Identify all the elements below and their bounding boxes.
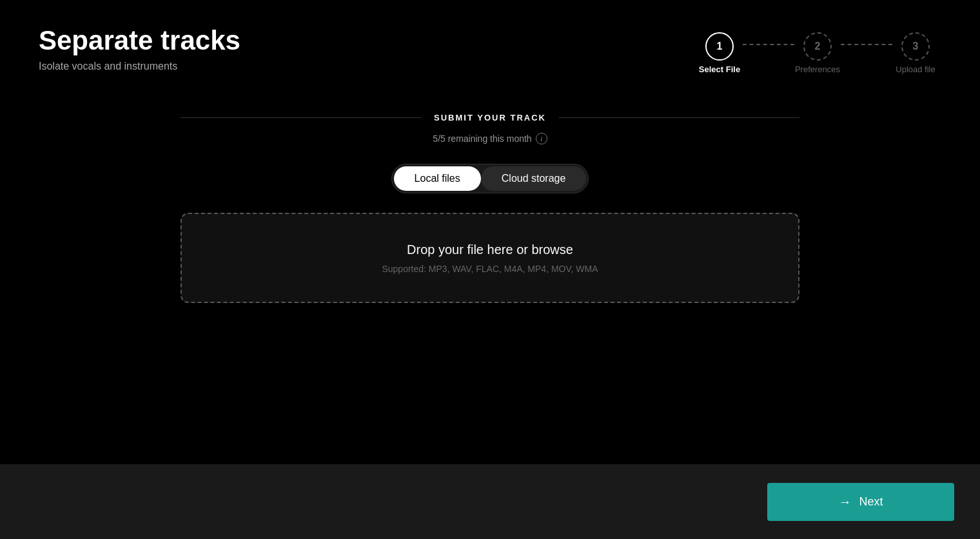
next-button[interactable]: → Next	[767, 483, 954, 521]
drop-zone-title: Drop your file here or browse	[407, 242, 573, 257]
header-section: Separate tracks Isolate vocals and instr…	[39, 26, 941, 74]
drop-zone[interactable]: Drop your file here or browse Supported:…	[181, 213, 799, 303]
submit-line-left	[181, 117, 421, 118]
footer-bar: → Next	[0, 464, 980, 539]
stepper: 1 Select File 2 Preferences 3 Upload fil…	[694, 32, 941, 74]
page-subtitle: Isolate vocals and instruments	[39, 61, 240, 72]
step-circle-3: 3	[901, 32, 930, 61]
toggle-group: Local files Cloud storage	[391, 164, 589, 193]
next-label: Next	[859, 495, 883, 509]
step-number-2: 2	[815, 41, 821, 52]
remaining-text-container: 5/5 remaining this month i	[433, 133, 547, 144]
submit-header: SUBMIT YOUR TRACK	[181, 113, 799, 122]
title-block: Separate tracks Isolate vocals and instr…	[39, 26, 240, 72]
step-label-1: Select File	[694, 64, 745, 74]
next-arrow-icon: →	[838, 495, 851, 509]
step-connector-2-3	[841, 44, 892, 45]
step-circle-2: 2	[803, 32, 832, 61]
step-number-3: 3	[913, 41, 919, 52]
step-label-2: Preferences	[792, 64, 843, 74]
remaining-text: 5/5 remaining this month	[433, 133, 531, 144]
page-title: Separate tracks	[39, 26, 240, 55]
cloud-storage-button[interactable]: Cloud storage	[481, 166, 587, 191]
submit-title: SUBMIT YOUR TRACK	[421, 113, 559, 122]
step-2: 2 Preferences	[792, 32, 843, 74]
center-section: SUBMIT YOUR TRACK 5/5 remaining this mon…	[39, 113, 941, 438]
drop-zone-subtitle: Supported: MP3, WAV, FLAC, M4A, MP4, MOV…	[382, 264, 598, 274]
step-number-1: 1	[717, 41, 723, 52]
local-files-button[interactable]: Local files	[394, 166, 481, 191]
info-icon[interactable]: i	[536, 133, 547, 144]
main-content: Separate tracks Isolate vocals and instr…	[0, 0, 980, 464]
step-1: 1 Select File	[694, 32, 745, 74]
step-connector-1-2	[743, 44, 794, 45]
step-circle-1: 1	[705, 32, 734, 61]
step-label-3: Upload file	[890, 64, 941, 74]
step-3: 3 Upload file	[890, 32, 941, 74]
submit-line-right	[559, 117, 799, 118]
